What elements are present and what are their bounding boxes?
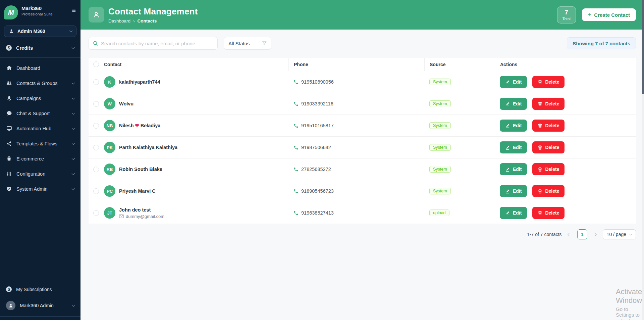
edit-button[interactable]: Edit bbox=[500, 98, 527, 110]
status-filter-select[interactable]: All Status bbox=[224, 37, 271, 50]
pencil-icon bbox=[505, 211, 510, 216]
sidebar-item-templates-flows[interactable]: Templates & Flows bbox=[0, 136, 80, 151]
row-checkbox[interactable] bbox=[93, 101, 99, 107]
contact-avatar: PK bbox=[104, 142, 115, 153]
delete-button[interactable]: Delete bbox=[532, 163, 565, 175]
sidebar-item-ecommerce[interactable]: E-commerce bbox=[0, 151, 80, 166]
edit-button[interactable]: Edit bbox=[500, 207, 527, 219]
contact-name: kalathiyaparth744 bbox=[119, 79, 160, 85]
phone-icon bbox=[293, 167, 299, 172]
edit-button[interactable]: Edit bbox=[500, 185, 527, 197]
funnel-icon bbox=[262, 41, 267, 46]
watermark-subtitle: Go to Settings to activate Windows. bbox=[616, 306, 644, 320]
filter-bar: All Status Showing 7 of 7 contacts bbox=[89, 37, 636, 50]
edit-button[interactable]: Edit bbox=[500, 120, 527, 132]
row-checkbox[interactable] bbox=[93, 145, 99, 150]
column-header-phone: Phone bbox=[288, 58, 424, 71]
row-checkbox[interactable] bbox=[93, 210, 99, 216]
sidebar-item-label: Chat & Support bbox=[16, 111, 68, 116]
share-nodes-icon bbox=[6, 141, 12, 147]
table-header-row: Contact Phone Source Actions bbox=[89, 58, 636, 71]
select-all-checkbox[interactable] bbox=[93, 61, 99, 67]
chevron-down-icon bbox=[72, 111, 75, 115]
contact-avatar: K bbox=[104, 76, 115, 88]
page-size-select[interactable]: 10 / page bbox=[603, 229, 636, 239]
contact-phone: 919638527413 bbox=[301, 210, 334, 216]
account-switcher[interactable]: Admin M360 bbox=[4, 26, 76, 37]
edit-button[interactable]: Edit bbox=[500, 141, 527, 153]
pagination-summary: 1-7 of 7 contacts bbox=[527, 232, 562, 237]
row-checkbox[interactable] bbox=[93, 167, 99, 172]
page-size-value: 10 / page bbox=[607, 232, 626, 237]
sidebar-item-label: Dashboard bbox=[16, 65, 74, 71]
trash-icon bbox=[538, 189, 542, 194]
contact-email: dummy@gmail.com bbox=[126, 214, 164, 219]
breadcrumb-separator: › bbox=[133, 18, 135, 24]
delete-button[interactable]: Delete bbox=[532, 207, 565, 219]
table-row: NB Nilesh ❤ Beladiya 919510165817 System… bbox=[89, 115, 636, 137]
row-checkbox[interactable] bbox=[93, 188, 99, 194]
sidebar-item-campaigns[interactable]: Campaigns bbox=[0, 91, 80, 106]
edit-button[interactable]: Edit bbox=[500, 163, 527, 175]
row-checkbox[interactable] bbox=[93, 123, 99, 129]
create-contact-label: Create Contact bbox=[594, 12, 630, 18]
rocket-icon bbox=[6, 95, 12, 101]
chevron-down-icon bbox=[72, 46, 75, 49]
delete-button-label: Delete bbox=[545, 188, 559, 194]
sidebar-item-automation-hub[interactable]: Automation Hub bbox=[0, 121, 80, 136]
delete-button[interactable]: Delete bbox=[532, 120, 565, 132]
main-area: Contact Management Dashboard › Contacts … bbox=[80, 0, 644, 320]
sidebar-item-label: E-commerce bbox=[16, 156, 68, 162]
column-header-source: Source bbox=[424, 58, 495, 71]
pagination: 1-7 of 7 contacts 1 10 / page bbox=[89, 229, 636, 239]
pencil-icon bbox=[505, 145, 510, 150]
sidebar-item-credits[interactable]: $ Credits bbox=[0, 40, 80, 55]
delete-button[interactable]: Delete bbox=[532, 141, 565, 153]
chevron-down-icon bbox=[629, 232, 633, 236]
delete-button[interactable]: Delete bbox=[532, 76, 565, 88]
sidebar-item-label: My Subscriptions bbox=[16, 287, 74, 292]
row-checkbox[interactable] bbox=[93, 79, 99, 85]
contact-avatar: JT bbox=[104, 207, 115, 219]
table-row: RB Robin South Blake 27825685272 System … bbox=[89, 158, 636, 180]
profile-name: Mark360 Admin bbox=[20, 303, 68, 308]
sidebar-item-chat-support[interactable]: Chat & Support bbox=[0, 106, 80, 121]
page-header: Contact Management Dashboard › Contacts … bbox=[80, 0, 644, 30]
edit-button[interactable]: Edit bbox=[500, 76, 527, 88]
edit-button-label: Edit bbox=[513, 101, 522, 106]
contact-phone: 918905456723 bbox=[301, 188, 334, 194]
page-number-button[interactable]: 1 bbox=[577, 229, 587, 239]
delete-button-label: Delete bbox=[545, 167, 559, 172]
sidebar-item-label: Campaigns bbox=[16, 96, 68, 101]
delete-button[interactable]: Delete bbox=[532, 98, 565, 110]
next-page-button[interactable] bbox=[592, 230, 598, 239]
chevron-down-icon bbox=[69, 29, 73, 33]
hamburger-menu-icon[interactable]: ≡ bbox=[72, 7, 76, 13]
table-row: PK Parth Kalathiya Kalathiya 91987506642… bbox=[89, 137, 636, 158]
trash-icon bbox=[538, 145, 542, 150]
contact-phone: 919510690056 bbox=[301, 79, 334, 85]
scrollbar[interactable] bbox=[642, 0, 644, 320]
trash-icon bbox=[538, 211, 542, 216]
source-badge: System bbox=[429, 188, 451, 194]
search-input[interactable] bbox=[101, 41, 213, 46]
sidebar-item-configuration[interactable]: Configuration bbox=[0, 166, 80, 181]
sidebar-item-contacts-groups[interactable]: Contacts & Groups bbox=[0, 76, 80, 91]
previous-page-button[interactable] bbox=[566, 230, 573, 239]
contact-name: Priyesh Marvi C bbox=[119, 188, 156, 194]
create-contact-button[interactable]: + Create Contact bbox=[582, 8, 636, 21]
breadcrumb-dashboard[interactable]: Dashboard bbox=[108, 18, 130, 24]
page-title: Contact Management bbox=[108, 6, 557, 17]
contact-name: Wolvu bbox=[119, 101, 133, 106]
search-box bbox=[89, 37, 218, 50]
sidebar-item-dashboard[interactable]: Dashboard bbox=[0, 60, 80, 76]
scrollbar-thumb[interactable] bbox=[642, 0, 644, 94]
sidebar-profile[interactable]: Mark360 Admin bbox=[0, 297, 80, 314]
sidebar-item-system-admin[interactable]: System Admin bbox=[0, 181, 80, 196]
trash-icon bbox=[538, 80, 542, 85]
phone-icon bbox=[293, 189, 299, 194]
delete-button[interactable]: Delete bbox=[532, 185, 565, 197]
column-header-actions: Actions bbox=[495, 58, 636, 71]
sidebar-item-my-subscriptions[interactable]: $ My Subscriptions bbox=[0, 282, 80, 297]
table-body: K kalathiyaparth744 919510690056 System … bbox=[89, 71, 636, 224]
